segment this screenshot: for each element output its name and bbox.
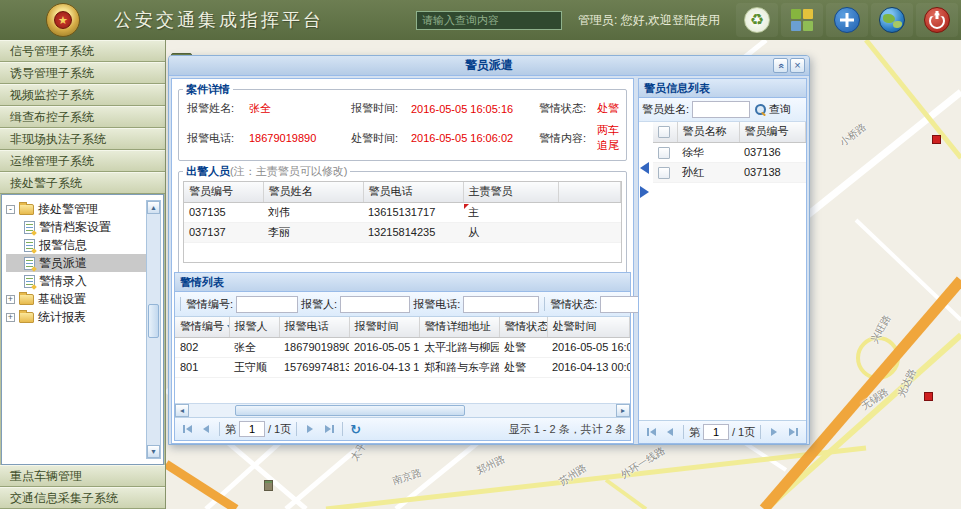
refresh-icon[interactable]: ↻ xyxy=(350,422,361,437)
sidebar-item-signal[interactable]: 信号管理子系统 xyxy=(0,40,165,62)
row-checkbox[interactable] xyxy=(658,167,670,179)
tree-node-root[interactable]: - 接处警管理 xyxy=(6,200,147,218)
prev-page-button[interactable] xyxy=(198,421,214,437)
page-suffix: / 1页 xyxy=(732,425,755,440)
plus-icon xyxy=(834,7,860,33)
officer-paging-bar: 第 / 1页 xyxy=(639,420,806,443)
horizontal-scrollbar[interactable]: ◂ ▸ xyxy=(175,403,630,417)
field-value: 张全 xyxy=(249,101,351,116)
sidebar-item-dispatch-subsystem[interactable]: 接处警子系统 xyxy=(0,172,165,194)
field-label: 报警时间: xyxy=(351,101,411,116)
officer-row[interactable]: 徐华 037136 xyxy=(653,142,806,162)
alert-row[interactable]: 801 王守顺 15769974813 2016-04-13 12:... 郑和… xyxy=(175,357,630,377)
officer-list-title: 警员信息列表 xyxy=(639,79,806,98)
map-marker[interactable] xyxy=(924,392,933,401)
next-page-button[interactable] xyxy=(766,424,782,440)
last-page-button[interactable] xyxy=(785,424,801,440)
folder-icon xyxy=(19,312,34,323)
sidebar-item-offsite[interactable]: 非现场执法子系统 xyxy=(0,128,165,150)
tree-node-alarm-info[interactable]: 报警信息 xyxy=(6,236,147,254)
tree-scrollbar[interactable]: ▲ ▼ xyxy=(146,200,161,459)
scroll-down-icon[interactable]: ▼ xyxy=(147,445,160,458)
officer-search-button[interactable]: 查询 xyxy=(753,102,793,117)
sidebar-item-guidance[interactable]: 诱导管理子系统 xyxy=(0,62,165,84)
refresh-button[interactable]: ♻ xyxy=(736,3,778,37)
tree-node-archive-settings[interactable]: 警情档案设置 xyxy=(6,218,147,236)
collapse-expander-icon[interactable]: - xyxy=(6,205,15,214)
row-checkbox[interactable] xyxy=(658,147,670,159)
sidebar-item-patrol[interactable]: 缉查布控子系统 xyxy=(0,106,165,128)
add-button[interactable] xyxy=(826,3,868,37)
alert-id-input[interactable] xyxy=(236,296,298,313)
select-all-header[interactable] xyxy=(653,122,677,142)
header-search-input[interactable] xyxy=(416,11,562,30)
alert-list-title: 警情列表 xyxy=(175,273,630,292)
dispatch-row[interactable]: 037135 刘伟 13615131717 主 xyxy=(184,202,621,222)
column-header[interactable]: 报警人 xyxy=(229,317,279,337)
sidebar-item-ops[interactable]: 运维管理子系统 xyxy=(0,150,165,172)
column-header[interactable]: 警情详细地址 xyxy=(419,317,499,337)
close-window-icon[interactable]: × xyxy=(790,58,805,73)
officer-search-row: 警员姓名: 查询 xyxy=(639,98,806,122)
page-number-input[interactable] xyxy=(703,424,729,440)
column-header[interactable]: 报警时间 xyxy=(349,317,419,337)
globe-icon xyxy=(879,7,905,33)
phone-input[interactable] xyxy=(463,296,539,313)
field-value: 处警 xyxy=(597,101,622,116)
sidebar-item-traffic-info[interactable]: 交通信息采集子系统 xyxy=(0,487,165,509)
alert-list-panel: 警情列表 警情编号: 报警人: 报警电话: 警情状态: 查询 xyxy=(174,272,631,441)
next-page-button[interactable] xyxy=(302,421,318,437)
scroll-left-icon[interactable]: ◂ xyxy=(175,404,189,417)
checkbox-icon[interactable] xyxy=(658,126,670,138)
scroll-right-icon[interactable]: ▸ xyxy=(616,404,630,417)
column-header[interactable]: 警员姓名 xyxy=(263,182,363,202)
page-number-input[interactable] xyxy=(239,421,265,437)
tree-node-basic-settings[interactable]: + 基础设置 xyxy=(6,290,147,308)
officer-name-input[interactable] xyxy=(692,101,750,118)
column-header[interactable]: 处警时间 xyxy=(547,317,630,337)
map-marker[interactable] xyxy=(932,135,941,144)
scroll-up-icon[interactable]: ▲ xyxy=(147,201,160,214)
modules-button[interactable] xyxy=(781,3,823,37)
prev-page-button[interactable] xyxy=(662,424,678,440)
officer-row[interactable]: 孙红 037138 xyxy=(653,162,806,182)
expand-expander-icon[interactable]: + xyxy=(6,313,15,322)
expand-expander-icon[interactable]: + xyxy=(6,295,15,304)
field-label: 报警姓名: xyxy=(187,101,249,116)
filter-label: 警情编号: xyxy=(186,297,233,312)
reporter-input[interactable] xyxy=(340,296,410,313)
page-prefix: 第 xyxy=(225,422,236,437)
window-titlebar[interactable]: 警员派遣 « × xyxy=(169,56,809,76)
column-header[interactable]: 主责警员 xyxy=(463,182,558,202)
page-icon xyxy=(24,239,35,252)
header-right: 管理员: 您好,欢迎登陆使用 ♻ xyxy=(416,3,961,37)
column-header[interactable]: 报警电话 xyxy=(279,317,349,337)
sidebar-item-video[interactable]: 视频监控子系统 xyxy=(0,84,165,106)
collapse-window-icon[interactable]: « xyxy=(773,58,788,73)
scrollbar-thumb[interactable] xyxy=(235,405,465,416)
alert-row[interactable]: 802 张全 18679019890 2016-05-05 16:... 太平北… xyxy=(175,337,630,357)
transfer-left-icon[interactable] xyxy=(640,162,649,174)
officer-grid: 警员名称 警员编号 徐华 037136 孙红 037138 xyxy=(639,122,806,420)
first-page-button[interactable] xyxy=(179,421,195,437)
transfer-right-icon[interactable] xyxy=(640,186,649,198)
logout-button[interactable] xyxy=(916,3,958,37)
column-header[interactable]: 警情状态 xyxy=(499,317,547,337)
column-header[interactable]: 警员编号 xyxy=(739,122,806,142)
column-header[interactable]: 警员编号 xyxy=(184,182,263,202)
dispatch-row[interactable]: 037137 李丽 13215814235 从 xyxy=(184,222,621,242)
tree-node-alert-entry[interactable]: 警情录入 xyxy=(6,272,147,290)
tree-node-reports[interactable]: + 统计报表 xyxy=(6,308,147,326)
column-header-sorted[interactable]: 警情编号 xyxy=(175,317,229,337)
column-header[interactable]: 警员名称 xyxy=(677,122,739,142)
sidebar-item-key-vehicles[interactable]: 重点车辆管理 xyxy=(0,465,165,487)
last-page-button[interactable] xyxy=(321,421,337,437)
officer-dispatch-window: 警员派遣 « × 案件详情 报警姓名: 张全 报警时间: 2016-05-05 … xyxy=(168,55,810,445)
tree-node-label: 基础设置 xyxy=(38,291,86,308)
scrollbar-thumb[interactable] xyxy=(148,304,159,338)
first-page-button[interactable] xyxy=(643,424,659,440)
filter-label: 警情状态: xyxy=(550,297,597,312)
tree-node-officer-dispatch[interactable]: 警员派遣 xyxy=(6,254,147,272)
map-mode-button[interactable] xyxy=(871,3,913,37)
column-header[interactable]: 警员电话 xyxy=(363,182,463,202)
